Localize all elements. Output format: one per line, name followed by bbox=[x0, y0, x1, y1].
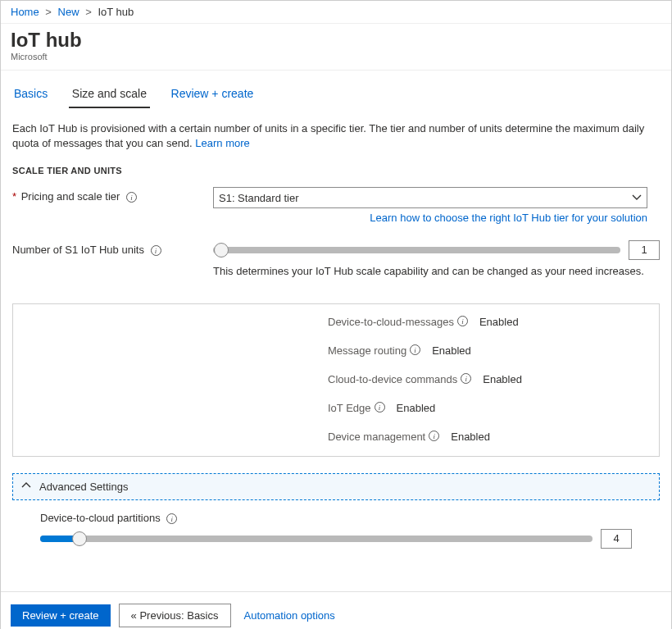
pricing-tier-help-link[interactable]: Learn how to choose the right IoT Hub ti… bbox=[213, 212, 647, 224]
info-icon[interactable]: i bbox=[126, 192, 137, 203]
page-subtitle: Microsoft bbox=[11, 52, 661, 62]
info-icon[interactable]: i bbox=[410, 344, 420, 355]
feature-value: Enabled bbox=[432, 344, 471, 357]
tab-review-create[interactable]: Review + create bbox=[168, 82, 257, 107]
feature-value: Enabled bbox=[397, 402, 436, 414]
section-heading-scale: SCALE TIER AND UNITS bbox=[12, 166, 660, 175]
breadcrumb-home[interactable]: Home bbox=[11, 6, 39, 18]
slider-thumb[interactable] bbox=[72, 531, 87, 546]
units-label: Number of S1 IoT Hub units bbox=[12, 244, 144, 256]
advanced-settings-body: Device-to-cloud partitions i 4 bbox=[12, 512, 660, 554]
chevron-down-icon bbox=[632, 193, 642, 203]
page-header: IoT hub Microsoft bbox=[1, 24, 671, 71]
intro-text-body: Each IoT Hub is provisioned with a certa… bbox=[12, 122, 644, 149]
advanced-settings-title: Advanced Settings bbox=[39, 481, 128, 493]
chevron-up-icon bbox=[21, 481, 31, 493]
feature-value: Enabled bbox=[451, 431, 490, 443]
feature-label: Cloud-to-device commands bbox=[328, 373, 457, 385]
feature-label: IoT Edge bbox=[328, 402, 371, 414]
automation-options-link[interactable]: Automation options bbox=[244, 609, 335, 622]
tabs: Basics Size and scale Review + create bbox=[1, 82, 671, 108]
intro-text: Each IoT Hub is provisioned with a certa… bbox=[12, 121, 660, 151]
chevron-right-icon: > bbox=[45, 6, 52, 18]
pricing-tier-label: Pricing and scale tier bbox=[21, 190, 120, 203]
tab-basics[interactable]: Basics bbox=[11, 82, 51, 107]
feature-label: Device management bbox=[328, 431, 425, 443]
pricing-tier-value: S1: Standard tier bbox=[219, 192, 299, 204]
info-icon[interactable]: i bbox=[151, 245, 161, 256]
units-slider[interactable] bbox=[213, 243, 620, 258]
info-icon[interactable]: i bbox=[457, 316, 468, 326]
review-create-button[interactable]: Review + create bbox=[11, 604, 111, 627]
chevron-right-icon: > bbox=[85, 6, 92, 18]
required-marker: * bbox=[12, 190, 16, 203]
page-title: IoT hub bbox=[11, 29, 661, 52]
partitions-label: Device-to-cloud partitions bbox=[40, 512, 161, 524]
info-icon[interactable]: i bbox=[375, 402, 385, 412]
info-icon[interactable]: i bbox=[461, 373, 471, 384]
info-icon[interactable]: i bbox=[166, 513, 177, 524]
pricing-tier-select[interactable]: S1: Standard tier bbox=[213, 187, 647, 208]
slider-track bbox=[213, 247, 620, 253]
footer: Review + create « Previous: Basics Autom… bbox=[1, 591, 671, 629]
slider-track bbox=[40, 536, 593, 542]
feature-label: Message routing bbox=[328, 344, 406, 357]
feature-value: Enabled bbox=[479, 316, 519, 328]
previous-basics-button[interactable]: « Previous: Basics bbox=[119, 604, 231, 627]
tab-size-and-scale[interactable]: Size and scale bbox=[69, 82, 150, 108]
partitions-slider[interactable] bbox=[40, 531, 593, 546]
feature-label: Device-to-cloud-messages bbox=[328, 316, 454, 328]
units-value-input[interactable]: 1 bbox=[629, 240, 660, 260]
feature-value: Enabled bbox=[483, 373, 522, 385]
features-box: Device-to-cloud-messages i Enabled Messa… bbox=[12, 303, 660, 457]
breadcrumb-current: IoT hub bbox=[98, 6, 134, 18]
breadcrumb-new[interactable]: New bbox=[58, 6, 79, 18]
info-icon[interactable]: i bbox=[429, 431, 439, 441]
advanced-settings-toggle[interactable]: Advanced Settings bbox=[12, 473, 660, 500]
slider-thumb[interactable] bbox=[214, 243, 229, 258]
learn-more-link[interactable]: Learn more bbox=[195, 137, 249, 149]
breadcrumb: Home > New > IoT hub bbox=[1, 1, 671, 24]
partitions-value-input[interactable]: 4 bbox=[601, 529, 632, 549]
units-hint: This determines your IoT Hub scale capab… bbox=[213, 265, 660, 277]
